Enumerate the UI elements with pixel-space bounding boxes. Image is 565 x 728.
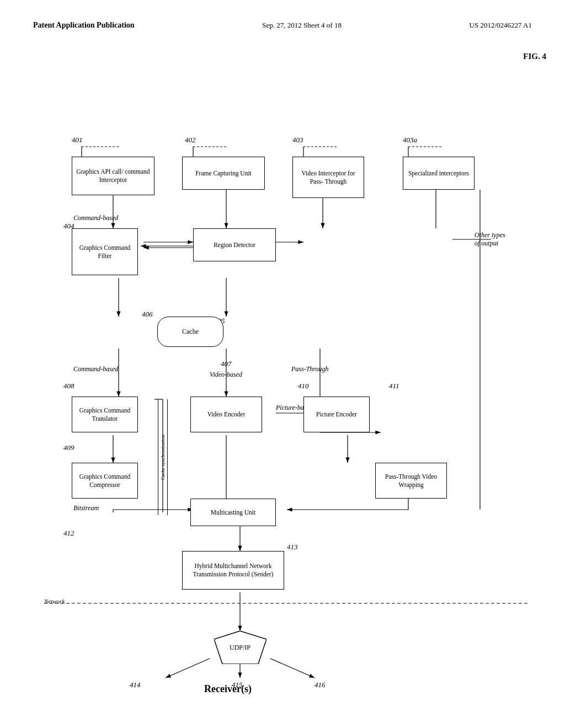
sheet-info: Sep. 27, 2012 Sheet 4 of 18 <box>262 21 342 30</box>
box-403a: Specialized interceptors <box>403 157 475 190</box>
label-pass-through: Pass-Through <box>291 365 329 373</box>
ref-410: 410 <box>298 382 309 390</box>
ref-407: 407 <box>221 360 232 368</box>
ref-403a: 403a <box>403 136 417 144</box>
label-bitstream: Bitstream <box>73 504 99 512</box>
svg-line-40 <box>166 659 210 678</box>
box-401: Graphics API call/ command Interceptor <box>72 157 154 195</box>
cache-sync-bracket: Cache synchronization <box>158 399 168 515</box>
ref-406: 406 <box>142 310 153 319</box>
box-video-encoder: Video Encoder <box>190 397 262 432</box>
ref-403: 403 <box>292 136 303 144</box>
ref-411: 411 <box>389 382 399 390</box>
ref-414: 414 <box>130 681 141 689</box>
receivers-label: Receiver(s) <box>204 683 252 695</box>
box-udp: UDP/IP <box>214 631 266 664</box>
label-video-based: Video-based <box>210 371 242 379</box>
publication-label: Patent Application Publication <box>33 21 135 30</box>
svg-text:UDP/IP: UDP/IP <box>230 644 250 651</box>
box-multicasting: Multicasting Unit <box>190 499 276 526</box>
box-cache: Cache <box>157 317 223 347</box>
fig-label: FIG. 4 <box>523 52 546 61</box>
label-command-based-2: Command-based <box>73 365 118 373</box>
ref-401: 401 <box>72 136 83 144</box>
box-403: Video Interceptor for Pass- Through <box>292 157 364 198</box>
ref-416: 416 <box>315 681 326 689</box>
cache-sync-label: Cache synchronization <box>160 435 166 480</box>
label-command-based-1: Command-based <box>73 214 118 222</box>
box-404-gcf: Graphics Command Filter <box>72 228 138 275</box>
box-402: Frame Capturing Unit <box>182 157 265 190</box>
ref-408: 408 <box>63 382 74 390</box>
box-picture-encoder: Picture Encoder <box>303 397 370 432</box>
box-gc-translator: Graphics Command Translator <box>72 397 138 432</box>
box-gc-compressor: Graphics Command Compressor <box>72 463 138 499</box>
box-hmntp: Hybrid Multichannel Network Transmission… <box>182 551 284 590</box>
ref-402: 402 <box>185 136 196 144</box>
ref-409: 409 <box>63 443 74 452</box>
box-passthrough-video: Pass-Through Video Wrapping <box>375 463 447 499</box>
box-region-detector: Region Detector <box>193 228 276 261</box>
ref-412: 412 <box>63 529 74 538</box>
patent-number: US 2012/0246227 A1 <box>470 21 532 30</box>
ref-413: 413 <box>287 543 298 552</box>
network-label: Network <box>44 598 65 604</box>
svg-line-42 <box>270 659 315 678</box>
